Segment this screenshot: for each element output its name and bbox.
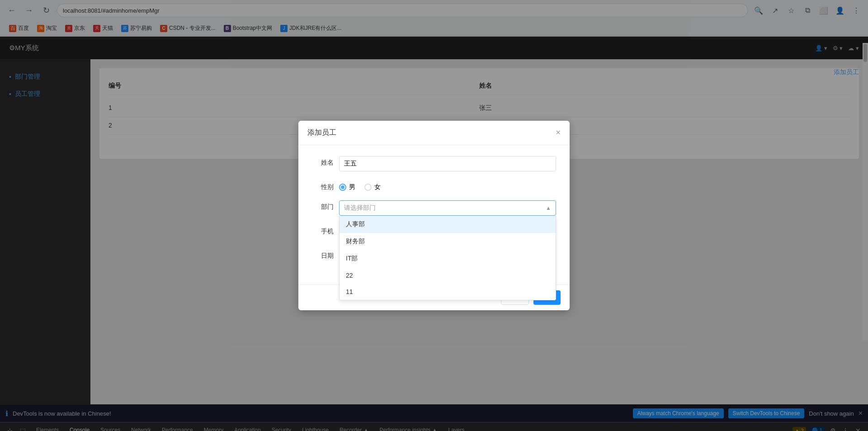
dept-option-11[interactable]: 11 [340,284,556,300]
dept-option-finance[interactable]: 财务部 [340,233,556,250]
dept-dropdown: 人事部 财务部 IT部 22 11 [339,216,556,300]
name-input[interactable] [339,156,556,171]
dept-label: 部门 [312,200,339,211]
modal-close-button[interactable]: × [556,128,561,137]
gender-female-label: 女 [374,183,381,191]
dept-placeholder: 请选择部门 [344,204,376,212]
dept-select-wrapper: 请选择部门 ▲ 人事部 财务部 IT部 22 11 [339,200,556,216]
dept-select[interactable]: 请选择部门 ▲ [339,200,556,216]
name-field-group: 姓名 [312,156,556,171]
modal-overlay: 添加员工 × 姓名 性别 男 女 [0,0,868,431]
dept-option-hr[interactable]: 人事部 [340,216,556,233]
gender-male-label: 男 [349,183,355,191]
name-label: 姓名 [312,156,339,167]
gender-female-option[interactable]: 女 [364,183,381,191]
modal-header: 添加员工 × [298,121,570,145]
chevron-up-icon: ▲ [546,205,551,211]
date-label: 日期 [312,249,339,260]
dept-option-it[interactable]: IT部 [340,250,556,267]
dept-option-22[interactable]: 22 [340,267,556,284]
gender-field-group: 性别 男 女 [312,180,556,191]
modal-body: 姓名 性别 男 女 部门 [298,145,570,284]
phone-label: 手机 [312,225,339,236]
modal-title: 添加员工 [307,128,336,137]
gender-female-radio[interactable] [364,184,372,191]
gender-male-option[interactable]: 男 [339,183,355,191]
gender-male-radio[interactable] [339,184,346,191]
gender-radio-group: 男 女 [339,180,381,191]
add-employee-modal: 添加员工 × 姓名 性别 男 女 [298,121,570,310]
dept-field-group: 部门 请选择部门 ▲ 人事部 财务部 IT部 22 11 [312,200,556,216]
gender-label: 性别 [312,180,339,191]
